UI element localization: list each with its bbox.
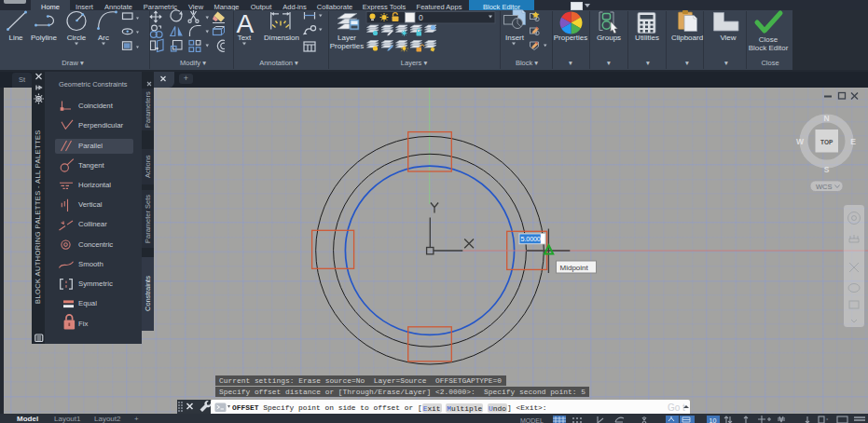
svg-text:0: 0: [419, 13, 423, 22]
svg-text:WCS: WCS: [816, 183, 833, 191]
svg-text:°: °: [826, 417, 829, 423]
svg-text:TOP: TOP: [820, 139, 834, 145]
svg-text:S: S: [824, 165, 830, 174]
svg-text:N: N: [823, 114, 829, 123]
svg-text:E: E: [850, 137, 856, 146]
svg-text:Midpoint: Midpoint: [560, 264, 589, 272]
svg-text:A: A: [237, 9, 255, 38]
svg-text:10: 10: [710, 417, 717, 423]
svg-text:W: W: [796, 137, 805, 146]
svg-text:5.0000: 5.0000: [521, 235, 541, 243]
